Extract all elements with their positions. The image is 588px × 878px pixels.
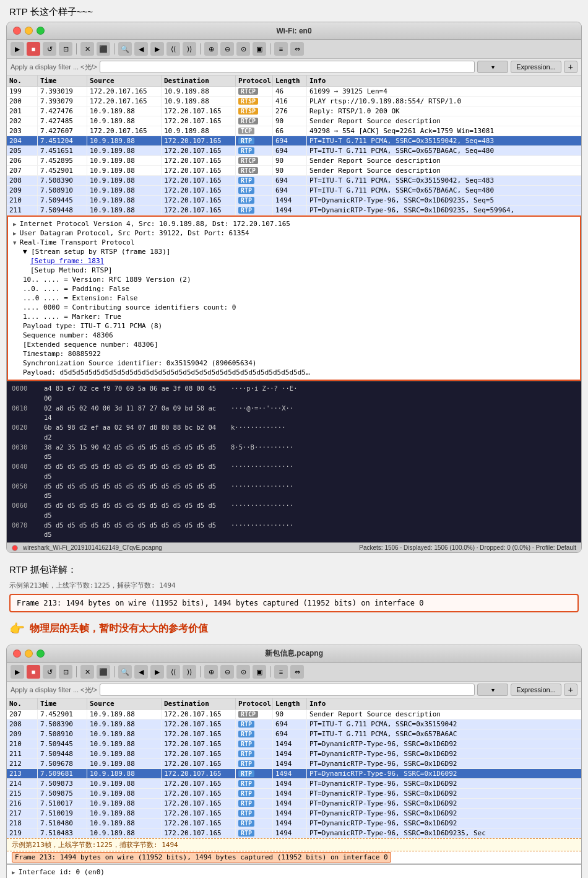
save-file-icon[interactable]: ⬛ [97,42,110,56]
table-row[interactable]: 204 7.451204 10.9.189.88 172.20.107.165 … [7,136,581,146]
sep2-4 [270,666,270,677]
table-row[interactable]: 199 7.393019 172.20.107.165 10.9.189.88 … [7,87,581,97]
find-icon[interactable]: 🔍 [118,42,132,56]
columns-icon[interactable]: ≡ [274,42,288,56]
table-row[interactable]: 219 7.510483 10.9.189.88 172.20.107.165 … [7,828,581,838]
zoom-in-icon[interactable]: ⊕ [204,42,218,56]
close-button-2[interactable] [13,650,21,658]
resize-icon[interactable]: ⇔ [290,42,304,56]
expression-button-2[interactable]: Expression... [511,684,561,696]
open-file-icon[interactable]: ⊡ [59,42,72,56]
close-button-1[interactable] [13,27,21,35]
table-row[interactable]: 203 7.427607 172.20.107.165 10.9.189.88 … [7,126,581,136]
zoomreset-icon-2[interactable]: ⊙ [236,665,250,679]
go-last-icon[interactable]: ⟩⟩ [183,42,196,56]
stop-capture-icon[interactable]: ■ [27,42,40,56]
expression-button-1[interactable]: Expression... [511,61,561,73]
go-forward-icon[interactable]: ▶ [150,42,164,56]
table-row[interactable]: 200 7.393079 172.20.107.165 10.9.189.88 … [7,97,581,106]
col2-info: Info [307,698,581,709]
table-row[interactable]: 210 7.509445 10.9.189.88 172.20.107.165 … [7,196,581,206]
find-icon-2[interactable]: 🔍 [118,665,132,679]
cell-info: Sender Report Source description [307,116,581,126]
sep2-1 [76,666,77,677]
color-icon-2[interactable]: ▣ [253,665,266,679]
hex-offset: 0030 [12,443,37,463]
table-row[interactable]: 210 7.509445 10.9.189.88 172.20.107.165 … [7,739,581,749]
cell-dst: 172.20.107.165 [162,729,236,739]
table-row[interactable]: 217 7.510019 10.9.189.88 172.20.107.165 … [7,809,581,819]
packet-list-wrapper-2: No. Time Source Destination Protocol Len… [7,698,581,838]
start-capture-icon[interactable]: ▶ [11,42,24,56]
table-row[interactable]: 216 7.510017 10.9.189.88 172.20.107.165 … [7,799,581,809]
restart-capture-icon[interactable]: ↺ [43,42,56,56]
open-icon-2[interactable]: ⊡ [59,665,72,679]
zoom-reset-icon[interactable]: ⊙ [236,42,250,56]
toolbar-separator-2 [114,43,115,54]
maximize-button-1[interactable] [37,27,45,35]
table-row[interactable]: 201 7.427476 10.9.189.88 172.20.107.165 … [7,106,581,116]
table-row[interactable]: 207 7.452901 10.9.189.88 172.20.107.165 … [7,166,581,176]
close-file-icon[interactable]: ✕ [80,42,94,56]
start-capture-icon-2[interactable]: ▶ [11,665,24,679]
save-icon-2[interactable]: ⬛ [97,665,110,679]
table-row[interactable]: 209 7.508910 10.9.189.88 172.20.107.165 … [7,729,581,739]
window-controls-2[interactable] [13,650,45,658]
detail2-interface[interactable]: Interface id: 0 (en0) [12,867,576,877]
zoomin-icon-2[interactable]: ⊕ [204,665,218,679]
minimize-button-1[interactable] [25,27,33,35]
table-row[interactable]: 205 7.451651 10.9.189.88 172.20.107.165 … [7,146,581,156]
filter-input-2[interactable] [100,684,475,696]
cell-time: 7.509681 [38,769,87,778]
cell-info: PT=DynamicRTP-Type-96, SSRC=0x1D6D9235, … [307,206,581,215]
back-icon-2[interactable]: ◀ [134,665,148,679]
close-icon-2[interactable]: ✕ [80,665,94,679]
cell-dst: 172.20.107.165 [162,779,236,788]
go-back-icon[interactable]: ◀ [134,42,148,56]
table-row[interactable]: 209 7.508910 10.9.189.88 172.20.107.165 … [7,186,581,196]
detail-stream-setup[interactable]: ▼ [Stream setup by RTSP (frame 183)] [13,247,575,256]
table-row[interactable]: 208 7.508390 10.9.189.88 172.20.107.165 … [7,719,581,729]
detail-ip-row[interactable]: Internet Protocol Version 4, Src: 10.9.1… [13,219,575,228]
stop-capture-icon-2[interactable]: ■ [27,665,40,679]
filter-dropdown-1[interactable]: ▾ [477,61,508,73]
add-filter-button-2[interactable]: + [564,684,577,696]
table-row[interactable]: 215 7.509875 10.9.189.88 172.20.107.165 … [7,789,581,799]
table-row[interactable]: 214 7.509873 10.9.189.88 172.20.107.165 … [7,779,581,789]
last-icon-2[interactable]: ⟩⟩ [183,665,196,679]
zoom-out-icon[interactable]: ⊖ [220,42,234,56]
detail-rtp-row[interactable]: Real-Time Transport Protocol [13,238,575,247]
wireshark-window-1: Wi-Fi: en0 ▶ ■ ↺ ⊡ ✕ ⬛ 🔍 ◀ ▶ ⟨⟨ ⟩⟩ ⊕ ⊖ ⊙… [6,22,582,553]
table-row[interactable]: 213 7.509681 10.9.189.88 172.20.107.165 … [7,769,581,779]
table-row[interactable]: 218 7.510480 10.9.189.88 172.20.107.165 … [7,819,581,828]
table-row[interactable]: 208 7.508390 10.9.189.88 172.20.107.165 … [7,176,581,186]
detail-setup-frame[interactable]: [Setup frame: 183] [13,256,575,266]
table-row[interactable]: 206 7.452895 10.9.189.88 172.20.107.165 … [7,156,581,166]
col2-time: Time [38,698,87,709]
table-row[interactable]: 211 7.509448 10.9.189.88 172.20.107.165 … [7,749,581,759]
table-row[interactable]: 207 7.452901 10.9.189.88 172.20.107.165 … [7,710,581,719]
minimize-button-2[interactable] [25,650,33,658]
restart-icon-2[interactable]: ↺ [43,665,56,679]
first-icon-2[interactable]: ⟨⟨ [166,665,180,679]
maximize-button-2[interactable] [37,650,45,658]
cell-time: 7.509873 [38,779,87,788]
zoomout-icon-2[interactable]: ⊖ [220,665,234,679]
add-filter-button-1[interactable]: + [564,61,577,73]
colorize-icon[interactable]: ▣ [253,42,266,56]
cell-info: PT=DynamicRTP-Type-96, SSRC=0x1D6D92 [307,739,581,749]
table-row[interactable]: 211 7.509448 10.9.189.88 172.20.107.165 … [7,206,581,215]
packet-list-header-1: No. Time Source Destination Protocol Len… [7,76,581,87]
col-icon-2[interactable]: ≡ [274,665,288,679]
window-controls-1[interactable] [13,27,45,35]
detail-udp-row[interactable]: User Datagram Protocol, Src Port: 39122,… [13,228,575,238]
resize-icon-2[interactable]: ⇔ [290,665,304,679]
hex-ascii: ····p·i Z··? ··E· [231,384,297,404]
filter-dropdown-2[interactable]: ▾ [477,684,508,696]
packet-rows-2: 207 7.452901 10.9.189.88 172.20.107.165 … [7,710,581,838]
filter-input-1[interactable] [100,61,475,73]
table-row[interactable]: 202 7.427485 10.9.189.88 172.20.107.165 … [7,116,581,126]
table-row[interactable]: 212 7.509678 10.9.189.88 172.20.107.165 … [7,759,581,769]
go-first-icon[interactable]: ⟨⟨ [166,42,180,56]
fwd-icon-2[interactable]: ▶ [150,665,164,679]
